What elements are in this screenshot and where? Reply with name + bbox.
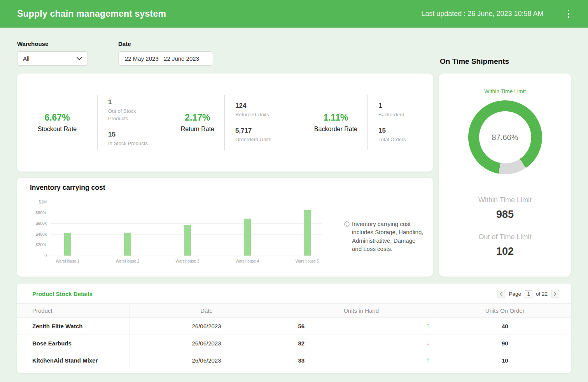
inventory-cost-card: Inventory carrying cost $1M$800k$600k$40…	[17, 178, 433, 277]
prev-page-button[interactable]	[497, 290, 505, 298]
x-tick-label: WareHouse 1	[56, 259, 80, 263]
x-tick-label: WareHouse 3	[176, 259, 200, 263]
ordered-units-value: 5,717	[235, 127, 279, 135]
out-of-limit-label: Out of Time Limit	[478, 233, 531, 241]
date-range-value: 22 May 2023 - 22 June 2023	[125, 55, 199, 62]
product-stock-table: Product Date Units in Hand Units On Orde…	[17, 304, 571, 369]
stockout-rate-label: Stockout Rate	[38, 126, 77, 133]
returned-units-value: 124	[235, 102, 279, 110]
pagination: Page 1 of 22	[497, 290, 559, 298]
bar-plot	[51, 202, 322, 256]
returned-units-stat: 124 Returned Units	[235, 102, 279, 118]
units-on-order-cell: 90	[439, 335, 571, 352]
bar-warehouse-1	[64, 233, 71, 256]
warehouse-selected-value: All	[23, 55, 30, 62]
units-in-hand-value: 82	[298, 340, 305, 347]
warehouse-filter: Warehouse All	[17, 40, 88, 66]
date-filter: Date 22 May 2023 - 22 June 2023	[118, 40, 213, 66]
page-label: Page	[509, 291, 521, 297]
x-tick-label: WareHouse 5	[296, 259, 319, 263]
donut-center: 87.66%	[479, 111, 531, 163]
return-rate-label: Return Rate	[181, 126, 214, 133]
backorder-rate-label: Backorder Rate	[314, 126, 357, 133]
units-in-hand-value: 56	[298, 323, 305, 329]
y-axis: $1M$800k$600k$400k$200k0	[30, 202, 51, 256]
y-tick-label: $600k	[35, 221, 47, 226]
units-in-hand-value: 33	[298, 357, 305, 364]
ordered-units-label: Orderderd Units	[235, 136, 276, 143]
next-page-button[interactable]	[551, 290, 559, 298]
shipments-card: Within Time Limit 87.66% Within Time Lim…	[439, 74, 571, 277]
table-header-row: Product Date Units in Hand Units On Orde…	[17, 304, 571, 317]
trend-up-arrow-icon: ↑	[426, 322, 430, 330]
backorder-rate-value: 1.11%	[323, 112, 348, 123]
backordered-label: Backorderd	[378, 111, 419, 118]
units-on-order-cell: 40	[439, 317, 571, 335]
kpi-summary-card: 6.67% Stockout Rate 1 Out of Stock Produ…	[17, 74, 433, 172]
donut-chart: 87.66%	[468, 100, 542, 174]
bar-warehouse-5	[304, 210, 311, 256]
within-limit-value: 985	[496, 209, 514, 221]
stock-table-body: Zenith Elite Watch26/06/202356↑40Bose Ea…	[17, 317, 571, 369]
column-header-date: Date	[129, 304, 284, 317]
table-row: Bose Earbuds26/06/202382↓90	[17, 335, 571, 352]
y-tick-label: $200k	[35, 242, 47, 247]
product-name-cell: Zenith Elite Watch	[17, 317, 129, 335]
kebab-menu-icon[interactable]	[566, 8, 571, 20]
chevron-down-icon	[77, 57, 82, 60]
x-tick-label: WareHouse 4	[236, 259, 259, 263]
total-orders-label: Total Orders	[378, 136, 419, 143]
out-of-stock-label: Out of Stock Products	[108, 107, 149, 122]
total-orders-value: 15	[378, 127, 422, 135]
backordered-value: 1	[378, 102, 422, 110]
in-stock-label: In Stock Products	[108, 140, 149, 147]
ordered-units-stat: 5,717 Orderderd Units	[235, 127, 279, 143]
page-total-label: of 22	[536, 291, 548, 297]
in-stock-value: 15	[108, 131, 152, 138]
page-number-input[interactable]: 1	[525, 290, 532, 298]
inventory-chart-title: Inventory carrying cost	[30, 184, 433, 192]
date-label: Date	[118, 40, 213, 47]
date-range-input[interactable]: 22 May 2023 - 22 June 2023	[118, 51, 213, 66]
backorder-rate-stat: 1.11% Backorder Rate	[314, 112, 368, 133]
return-rate-value: 2.17%	[185, 112, 210, 123]
gridline	[51, 213, 322, 213]
date-cell: 26/06/2023	[129, 335, 284, 352]
donut-percent: 87.66%	[492, 133, 518, 142]
units-in-hand-cell: 33↑	[284, 352, 439, 369]
out-of-stock-stat: 1 Out of Stock Products	[108, 98, 152, 122]
shipments-title: On Time Shipments	[440, 57, 509, 66]
chevron-left-icon	[500, 292, 502, 296]
date-cell: 26/06/2023	[129, 317, 284, 335]
bar-warehouse-2	[124, 233, 131, 256]
stockout-rate-stat: 6.67% Stockout Rate	[38, 112, 77, 133]
warehouse-label: Warehouse	[17, 40, 88, 47]
units-on-order-cell: 10	[439, 352, 571, 369]
column-header-units-in-hand: Units in Hand	[284, 304, 439, 317]
x-axis-labels: WareHouse 1WareHouse 2WareHouse 3WareHou…	[51, 259, 322, 265]
units-in-hand-cell: 56↑	[284, 317, 439, 335]
info-icon	[344, 221, 350, 227]
gridline	[51, 202, 322, 202]
total-orders-stat: 15 Total Orders	[378, 127, 422, 143]
inventory-note: Inventory carrying cost includes Storage…	[344, 220, 427, 253]
chevron-right-icon	[554, 292, 556, 296]
gridline	[51, 223, 322, 224]
product-name-cell: Bose Earbuds	[17, 335, 129, 352]
out-of-stock-value: 1	[108, 98, 152, 106]
warehouse-select[interactable]: All	[17, 51, 88, 66]
product-name-cell: KitchenAid Stand Mixer	[17, 352, 129, 369]
app-header: Supply chain management system Last upda…	[0, 0, 588, 28]
returned-units-label: Returned Units	[235, 111, 276, 118]
date-cell: 26/06/2023	[129, 352, 284, 369]
y-tick-label: 0	[44, 253, 47, 258]
bar-warehouse-3	[184, 225, 191, 256]
table-title: Product Stock Details	[32, 291, 93, 297]
last-updated-text: Last updated : 26 June, 2023 10:58 AM	[421, 10, 543, 18]
in-stock-stat: 15 In Stock Products	[108, 131, 152, 147]
backordered-stat: 1 Backorderd	[378, 102, 422, 118]
column-header-product: Product	[17, 304, 129, 317]
y-tick-label: $400k	[35, 232, 47, 237]
out-of-limit-value: 102	[496, 245, 514, 258]
table-row: KitchenAid Stand Mixer26/06/202333↑10	[17, 352, 571, 369]
